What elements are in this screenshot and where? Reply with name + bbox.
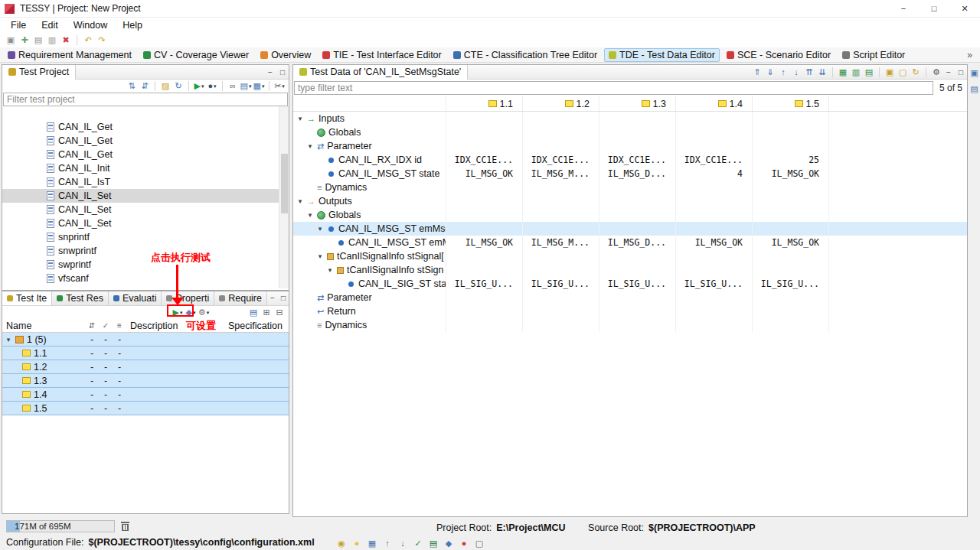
data-value-cell[interactable]: IL_SIG_U...	[523, 277, 599, 291]
test-project-tab[interactable]: Test Project	[2, 65, 76, 80]
data-value-cell[interactable]: IDX_CC1E...	[523, 153, 599, 167]
perspective-tie-test-interface-editor[interactable]: TIE - Test Interface Editor	[318, 48, 446, 62]
perspective-script-editor[interactable]: Script Editor	[838, 48, 910, 62]
test-item-row[interactable]: 1.3---	[2, 374, 289, 388]
data-tree-row[interactable]: ↩Return	[293, 304, 967, 318]
project-tree-item[interactable]: CAN_IL_Init	[2, 161, 289, 175]
data-value-cell[interactable]	[446, 194, 523, 208]
view-minimize-icon[interactable]: −	[942, 66, 955, 78]
perspective-cv-coverage-viewer[interactable]: CV - Coverage Viewer	[139, 48, 253, 62]
move-up-icon[interactable]: ⇈	[803, 67, 815, 78]
menu-window[interactable]: Window	[66, 18, 115, 32]
perspective-cte-classification-tree-editor[interactable]: CTE - Classification Tree Editor	[449, 48, 602, 62]
data-value-cell[interactable]	[676, 304, 753, 318]
data-value-cell[interactable]: 4	[676, 167, 753, 181]
project-tree-item[interactable]: CAN_IL_Get	[2, 120, 289, 134]
data-value-cell[interactable]: IL_SIG_U...	[753, 277, 829, 291]
report-icon[interactable]: ▤▾	[240, 80, 252, 92]
project-filter-input[interactable]	[3, 93, 288, 106]
column-header-description[interactable]: Description	[126, 321, 224, 331]
sort-desc-icon[interactable]: ⇵	[139, 80, 151, 92]
data-value-cell[interactable]	[676, 139, 753, 153]
test-item-row[interactable]: 1.1---	[2, 347, 289, 360]
data-value-cell[interactable]	[446, 263, 523, 277]
view-maximize-icon[interactable]: □	[278, 291, 289, 304]
tree-scrollbar[interactable]	[279, 106, 289, 288]
view-b-icon[interactable]: ▤	[969, 83, 980, 95]
data-value-cell[interactable]	[676, 181, 753, 194]
data-value-cell[interactable]	[753, 194, 829, 208]
data-tree-row[interactable]: ≡Dynamics	[293, 318, 967, 332]
tab-require[interactable]: Require	[214, 291, 267, 305]
project-tree-item[interactable]: vfscanf	[2, 272, 289, 285]
data-value-cell[interactable]	[446, 304, 523, 318]
column-header-specification[interactable]: Specification	[224, 321, 289, 331]
data-value-cell[interactable]	[676, 249, 753, 263]
data-value-cell[interactable]	[523, 112, 599, 125]
data-value-cell[interactable]: IL_MSG_M...	[523, 236, 599, 249]
data-value-cell[interactable]	[599, 181, 676, 194]
test-item-row[interactable]: 1.4---	[2, 388, 289, 402]
paste-icon[interactable]: ▥	[46, 34, 58, 46]
project-tree-item[interactable]: CAN_IL_Set	[2, 203, 289, 216]
test-data-tab[interactable]: Test Data of 'CAN_IL_SetMsgState'	[293, 65, 468, 80]
perspective-requirement-management[interactable]: Requirement Management	[3, 48, 136, 62]
copy-up-icon[interactable]: ↑	[777, 67, 789, 78]
garbage-collect-icon[interactable]	[121, 522, 129, 532]
data-value-cell[interactable]	[446, 249, 523, 263]
data-value-cell[interactable]: IL_MSG_M...	[523, 167, 599, 181]
data-value-cell[interactable]	[676, 125, 753, 139]
chevron-down-icon[interactable]: ▾	[296, 115, 304, 122]
lock-icon[interactable]: ◆	[443, 538, 455, 549]
data-value-cell[interactable]: IL_MSG_D...	[599, 167, 676, 181]
data-value-cell[interactable]	[446, 181, 523, 194]
bulb-icon[interactable]: ●	[351, 538, 363, 549]
new-folder-icon[interactable]: ▨	[159, 80, 172, 92]
grid-icon[interactable]: ▦	[366, 538, 378, 549]
copy-down-icon[interactable]: ↓	[790, 67, 802, 78]
pin-icon[interactable]: ◉	[335, 538, 348, 549]
data-value-cell[interactable]	[446, 318, 523, 332]
data-value-cell[interactable]	[676, 112, 753, 125]
data-value-cell[interactable]	[599, 112, 676, 125]
table-green-2-icon[interactable]: ▥	[850, 67, 862, 78]
data-tree-row[interactable]: CAN_IL_SIG_ST stateIL_SIG_U...IL_SIG_U..…	[293, 277, 967, 291]
data-value-cell[interactable]	[599, 291, 676, 304]
column-header-name[interactable]: Name	[2, 321, 85, 331]
data-value-cell[interactable]: IL_SIG_U...	[446, 277, 523, 291]
data-value-cell[interactable]	[753, 318, 829, 332]
data-value-cell[interactable]	[753, 222, 829, 236]
table-green-3-icon[interactable]: ▤	[863, 67, 875, 78]
stamp-icon[interactable]: ◆▾	[185, 307, 197, 318]
data-value-cell[interactable]	[523, 181, 599, 194]
data-value-cell[interactable]	[753, 181, 829, 194]
menu-file[interactable]: File	[3, 18, 34, 32]
data-value-cell[interactable]: IDX_CC1E...	[676, 153, 753, 167]
menu-edit[interactable]: Edit	[34, 18, 66, 32]
data-value-cell[interactable]	[599, 318, 676, 332]
chevron-down-icon[interactable]: ▾	[5, 336, 12, 343]
data-value-cell[interactable]: IL_MSG_OK	[753, 236, 829, 249]
data-value-cell[interactable]: IL_MSG_OK	[446, 167, 523, 181]
data-value-cell[interactable]: IL_MSG_D...	[599, 236, 676, 249]
data-value-cell[interactable]	[523, 208, 599, 222]
data-value-cell[interactable]	[523, 222, 599, 236]
data-tree-row[interactable]: ⇄Parameter	[293, 291, 967, 304]
data-value-cell[interactable]	[753, 125, 829, 139]
column-header-1-3[interactable]: 1.3	[599, 96, 676, 111]
coverage-icon[interactable]: ●▾	[206, 80, 218, 92]
test-item-row[interactable]: ▾1 (5)---	[2, 333, 289, 347]
data-value-cell[interactable]	[523, 291, 599, 304]
chevron-down-icon[interactable]: ▾	[326, 266, 334, 274]
data-value-cell[interactable]	[446, 112, 523, 125]
data-value-cell[interactable]	[599, 222, 676, 236]
data-tree-row[interactable]: ▾Globals	[293, 208, 967, 222]
data-tree-row[interactable]: ≡Dynamics	[293, 181, 967, 194]
project-tree-item[interactable]: snprintf	[2, 230, 289, 244]
project-tree-item[interactable]: CAN_IL_Get	[2, 134, 289, 148]
gear-icon[interactable]: ⚙▾	[198, 307, 210, 318]
minimize-button[interactable]: −	[888, 0, 919, 18]
settings-icon[interactable]: ⚙	[930, 67, 942, 78]
tab-evaluati[interactable]: Evaluati	[109, 291, 162, 305]
data-tree-row[interactable]: CAN_IL_MSG_ST emMIL_MSG_OKIL_MSG_M...IL_…	[293, 236, 967, 249]
